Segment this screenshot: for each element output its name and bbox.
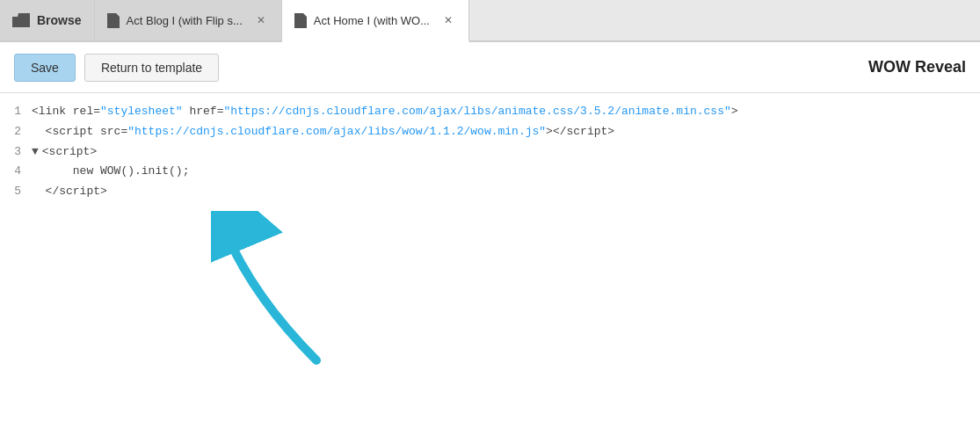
tab-blog-label: Act Blog I (with Flip s... — [127, 14, 243, 27]
main-content: Save Return to template WOW Reveal 1 <li… — [0, 42, 980, 443]
return-to-template-button[interactable]: Return to template — [84, 54, 219, 82]
toolbar: Save Return to template WOW Reveal — [0, 42, 980, 93]
line-content-5: </script> — [32, 183, 107, 201]
line-number-1: 1 — [0, 103, 32, 121]
line-content-4: new WOW().init(); — [32, 163, 189, 181]
code-line-4: 4 new WOW().init(); — [0, 162, 980, 182]
tab-home[interactable]: Act Home I (with WO... ✕ — [282, 0, 469, 42]
page-title: WOW Reveal — [868, 58, 966, 76]
line-content-3: ▼<script> — [32, 143, 97, 162]
line-content-1: <link rel="stylesheet" href="https://cdn… — [32, 103, 738, 121]
code-line-1: 1 <link rel="stylesheet" href="https://c… — [0, 102, 980, 122]
page-icon — [294, 13, 307, 28]
annotation-arrow-container — [0, 202, 980, 378]
tab-home-close[interactable]: ✕ — [440, 12, 456, 28]
tab-browse[interactable]: Browse — [0, 0, 95, 40]
code-line-2: 2 <script src="https://cdnjs.cloudflare.… — [0, 122, 980, 142]
line-number-2: 2 — [0, 123, 32, 142]
code-line-5: 5 </script> — [0, 182, 980, 202]
page-icon — [107, 13, 120, 28]
tab-browse-label: Browse — [37, 13, 82, 27]
folder-icon — [12, 13, 30, 27]
tab-bar: Browse Act Blog I (with Flip s... ✕ Act … — [0, 0, 980, 42]
tab-blog[interactable]: Act Blog I (with Flip s... ✕ — [95, 0, 282, 40]
tab-home-label: Act Home I (with WO... — [314, 14, 430, 27]
annotation-arrow — [211, 211, 352, 369]
line-number-5: 5 — [0, 183, 32, 201]
code-line-3: 3 ▼<script> — [0, 142, 980, 163]
line-number-3: 3 — [0, 143, 32, 162]
save-button[interactable]: Save — [14, 54, 76, 82]
line-content-2: <script src="https://cdnjs.cloudflare.co… — [32, 123, 614, 142]
code-editor[interactable]: 1 <link rel="stylesheet" href="https://c… — [0, 93, 980, 443]
line-number-4: 4 — [0, 163, 32, 181]
tab-blog-close[interactable]: ✕ — [253, 12, 269, 28]
